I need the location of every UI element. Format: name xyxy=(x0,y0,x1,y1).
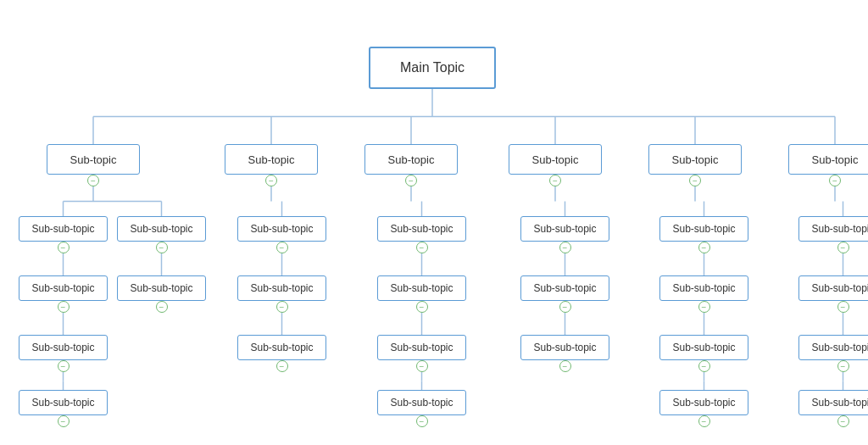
ss2b: Sub-sub-topic xyxy=(377,275,466,301)
collapse-btn-s0[interactable]: − xyxy=(87,175,99,186)
ss2d: Sub-sub-topic xyxy=(377,390,466,415)
ss0e: Sub-sub-topic xyxy=(19,335,108,360)
ss3a: Sub-sub-topic xyxy=(520,216,609,242)
ss3b: Sub-sub-topic xyxy=(520,275,609,301)
collapse-btn-ss0d[interactable]: − xyxy=(156,301,168,313)
ss3c: Sub-sub-topic xyxy=(520,335,609,360)
collapse-btn-ss2a[interactable]: − xyxy=(416,242,428,253)
collapse-btn-s4[interactable]: − xyxy=(689,175,701,186)
collapse-btn-s2[interactable]: − xyxy=(405,175,417,186)
ss0d: Sub-sub-topic xyxy=(117,275,206,301)
ss0b: Sub-sub-topic xyxy=(117,216,206,242)
collapse-btn-ss4b[interactable]: − xyxy=(698,301,710,313)
ss1a: Sub-sub-topic xyxy=(237,216,326,242)
ss5d: Sub-sub-topic xyxy=(798,390,868,415)
s2: Sub-topic xyxy=(364,144,458,175)
collapse-btn-ss0c[interactable]: − xyxy=(58,301,70,313)
ss4a: Sub-sub-topic xyxy=(659,216,748,242)
s0: Sub-topic xyxy=(47,144,140,175)
collapse-btn-ss0a[interactable]: − xyxy=(58,242,70,253)
ss5c: Sub-sub-topic xyxy=(798,335,868,360)
collapse-btn-ss0b[interactable]: − xyxy=(156,242,168,253)
collapse-btn-ss1b[interactable]: − xyxy=(276,301,288,313)
ss0c: Sub-sub-topic xyxy=(19,275,108,301)
ss5b: Sub-sub-topic xyxy=(798,275,868,301)
s3: Sub-topic xyxy=(509,144,602,175)
ss2c: Sub-sub-topic xyxy=(377,335,466,360)
collapse-btn-ss0e[interactable]: − xyxy=(58,360,70,372)
collapse-btn-ss1c[interactable]: − xyxy=(276,360,288,372)
collapse-btn-ss3c[interactable]: − xyxy=(559,360,571,372)
collapse-btn-ss5c[interactable]: − xyxy=(837,360,849,372)
collapse-btn-ss2d[interactable]: − xyxy=(416,415,428,427)
ss1c: Sub-sub-topic xyxy=(237,335,326,360)
s4: Sub-topic xyxy=(648,144,742,175)
collapse-btn-ss4d[interactable]: − xyxy=(698,415,710,427)
collapse-btn-s5[interactable]: − xyxy=(829,175,841,186)
collapse-btn-ss4c[interactable]: − xyxy=(698,360,710,372)
ss4d: Sub-sub-topic xyxy=(659,390,748,415)
collapse-btn-s1[interactable]: − xyxy=(265,175,277,186)
mind-map-diagram: Main TopicSub-topic−Sub-topic−Sub-topic−… xyxy=(0,0,868,445)
collapse-btn-ss5b[interactable]: − xyxy=(837,301,849,313)
ss0f: Sub-sub-topic xyxy=(19,390,108,415)
ss1b: Sub-sub-topic xyxy=(237,275,326,301)
s5: Sub-topic xyxy=(788,144,868,175)
collapse-btn-s3[interactable]: − xyxy=(549,175,561,186)
ss4b: Sub-sub-topic xyxy=(659,275,748,301)
collapse-btn-ss5a[interactable]: − xyxy=(837,242,849,253)
ss5a: Sub-sub-topic xyxy=(798,216,868,242)
s1: Sub-topic xyxy=(225,144,318,175)
ss2a: Sub-sub-topic xyxy=(377,216,466,242)
collapse-btn-ss1a[interactable]: − xyxy=(276,242,288,253)
collapse-btn-ss0f[interactable]: − xyxy=(58,415,70,427)
collapse-btn-ss3a[interactable]: − xyxy=(559,242,571,253)
collapse-btn-ss2b[interactable]: − xyxy=(416,301,428,313)
ss4c: Sub-sub-topic xyxy=(659,335,748,360)
collapse-btn-ss3b[interactable]: − xyxy=(559,301,571,313)
collapse-btn-ss2c[interactable]: − xyxy=(416,360,428,372)
collapse-btn-ss5d[interactable]: − xyxy=(837,415,849,427)
collapse-btn-ss4a[interactable]: − xyxy=(698,242,710,253)
main-topic: Main Topic xyxy=(369,47,496,89)
ss0a: Sub-sub-topic xyxy=(19,216,108,242)
